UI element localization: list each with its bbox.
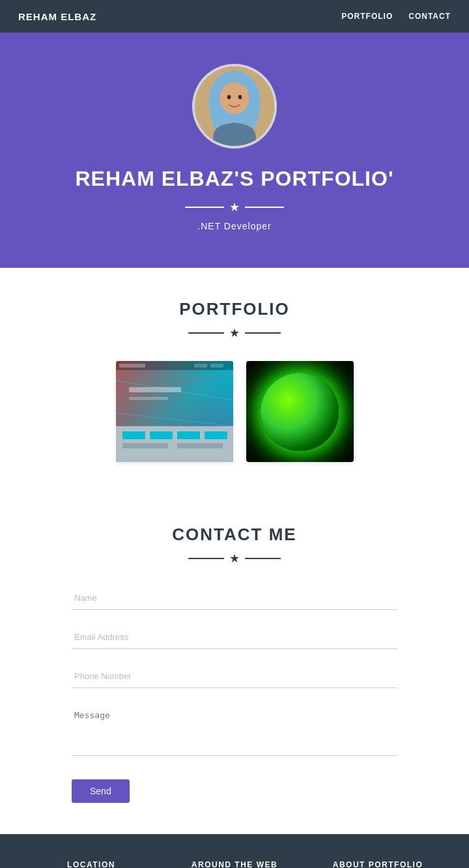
svg-rect-22: [129, 387, 181, 392]
svg-rect-19: [119, 364, 145, 368]
portfolio-title: PORTFOLIO: [39, 299, 430, 319]
avatar-svg: [195, 64, 274, 149]
svg-rect-15: [205, 431, 227, 439]
portfolio-divider-left: [188, 332, 224, 334]
globe-visual: [261, 373, 339, 451]
footer-location-col: LOCATION Belqas, Dakhlia Egypt.: [26, 860, 156, 868]
avatar: [192, 64, 277, 149]
hero-section: REHAM ELBAZ'S PORTFOLIO' ★ .NET Develope…: [0, 33, 469, 268]
footer-grid: LOCATION Belqas, Dakhlia Egypt. AROUND T…: [26, 860, 443, 868]
nav-portfolio[interactable]: PORTFOLIO: [341, 12, 393, 21]
hero-divider-line-right: [245, 207, 284, 208]
name-input[interactable]: [72, 586, 397, 610]
svg-rect-12: [122, 431, 145, 439]
contact-divider-left: [188, 558, 224, 559]
portfolio-grid: [39, 361, 430, 462]
svg-rect-17: [177, 443, 223, 448]
hero-subtitle: .NET Developer: [197, 221, 271, 231]
avatar-image: [195, 66, 274, 146]
svg-rect-16: [122, 443, 168, 448]
portfolio-star-icon: ★: [229, 326, 240, 340]
email-input[interactable]: [72, 626, 397, 649]
footer-social-title: AROUND THE WEB: [169, 860, 300, 868]
portfolio-item-2[interactable]: [246, 361, 354, 462]
svg-rect-21: [210, 364, 223, 368]
footer-about-col: ABOUT PORTFOLIO This Portfolio is create…: [313, 860, 443, 868]
portfolio-divider: ★: [39, 326, 430, 340]
portfolio-section: PORTFOLIO ★: [0, 268, 469, 493]
navbar: REHAM ELBAZ PORTFOLIO CONTACT: [0, 0, 469, 33]
send-button[interactable]: Send: [72, 779, 130, 803]
hero-star-icon: ★: [229, 200, 240, 214]
svg-rect-23: [129, 397, 168, 400]
portfolio-item-1[interactable]: [116, 361, 233, 462]
contact-divider-right: [245, 558, 281, 559]
hero-divider-line-left: [185, 207, 224, 208]
portfolio-screenshot-svg: [116, 361, 233, 462]
navbar-links: PORTFOLIO CONTACT: [341, 12, 451, 21]
nav-contact[interactable]: CONTACT: [408, 12, 451, 21]
hero-title: REHAM ELBAZ'S PORTFOLIO': [76, 167, 394, 191]
contact-star-icon: ★: [229, 551, 240, 566]
navbar-brand: REHAM ELBAZ: [18, 11, 96, 22]
hero-divider: ★: [185, 200, 284, 214]
portfolio-divider-right: [245, 332, 281, 334]
contact-form: Send: [72, 586, 397, 803]
message-input[interactable]: [72, 704, 397, 756]
footer-location-title: LOCATION: [26, 860, 156, 868]
portfolio-item-1-bg: [116, 361, 233, 462]
contact-section: CONTACT ME ★ Send: [0, 493, 469, 834]
svg-point-4: [227, 95, 231, 100]
footer-about-title: ABOUT PORTFOLIO: [313, 860, 443, 868]
svg-point-5: [238, 95, 242, 100]
svg-rect-14: [177, 431, 200, 439]
contact-title: CONTACT ME: [39, 525, 430, 545]
svg-rect-13: [150, 431, 173, 439]
svg-rect-20: [194, 364, 207, 368]
svg-point-3: [220, 82, 249, 114]
phone-input[interactable]: [72, 665, 397, 688]
footer: LOCATION Belqas, Dakhlia Egypt. AROUND T…: [0, 834, 469, 868]
contact-divider: ★: [39, 551, 430, 566]
footer-social-col: AROUND THE WEB f t in ⊕: [169, 860, 300, 868]
